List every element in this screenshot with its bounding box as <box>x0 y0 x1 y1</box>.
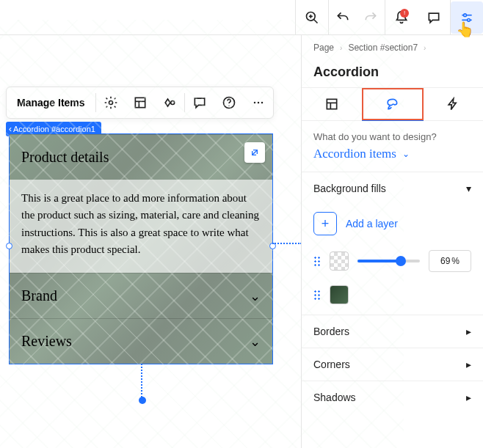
opacity-unit: % <box>451 256 460 266</box>
caret-right-icon: ▸ <box>466 326 471 337</box>
design-panel-toggle[interactable] <box>451 1 483 34</box>
tab-layout[interactable] <box>302 88 362 120</box>
accordion-item[interactable]: Reviews ⌄ <box>10 318 272 364</box>
section-label: Shadows <box>313 392 356 403</box>
fill-swatch-transparent[interactable] <box>330 251 349 271</box>
opacity-slider[interactable] <box>357 260 420 262</box>
opacity-input[interactable]: 69 % <box>429 250 471 272</box>
section-background-fills[interactable]: Background fills ▾ <box>302 172 483 205</box>
design-panel: Page › Section #section7 › Accordion Wha… <box>301 35 483 448</box>
bolt-icon <box>446 97 460 111</box>
layout-icon <box>324 97 339 111</box>
caret-right-icon: ▸ <box>466 392 471 403</box>
chevron-right-icon: › <box>340 44 342 52</box>
panel-title: Accordion <box>302 53 483 87</box>
add-layer-row: + Add a layer <box>302 205 483 241</box>
breadcrumb-item[interactable]: Page <box>313 43 334 53</box>
expand-diagonal-icon <box>249 147 261 158</box>
accordion-element[interactable]: Product details This is a great place to… <box>9 133 273 364</box>
accordion-header[interactable]: Reviews ⌄ <box>10 318 272 364</box>
expand-handle[interactable] <box>244 142 265 163</box>
chevron-right-icon: › <box>424 44 426 52</box>
comments-button[interactable] <box>418 1 450 34</box>
slider-thumb[interactable] <box>396 256 406 266</box>
section-label: Corners <box>313 359 350 370</box>
design-prompt: What do you want to design? <box>302 121 483 144</box>
svg-point-7 <box>468 18 471 21</box>
svg-rect-18 <box>327 99 336 109</box>
chevron-down-icon: ⌄ <box>402 149 410 160</box>
design-target-label: Accordion items <box>313 147 396 161</box>
section-corners[interactable]: Corners ▸ <box>302 348 483 381</box>
guide-line <box>141 364 142 400</box>
fill-swatch-image[interactable] <box>330 285 349 304</box>
section-shadows[interactable]: Shadows ▸ <box>302 381 483 414</box>
breadcrumb[interactable]: Page › Section #section7 › <box>302 43 483 53</box>
add-layer-label[interactable]: Add a layer <box>346 218 398 229</box>
fill-layer-row: 69 % <box>302 241 483 276</box>
slider-fill <box>357 260 401 262</box>
drag-handle-icon[interactable] <box>313 256 321 266</box>
canvas-area: Manage Items Accordion #accordion1 Produ… <box>0 35 301 448</box>
tab-design[interactable] <box>362 88 422 120</box>
design-target-select[interactable]: Accordion items ⌄ <box>302 144 483 172</box>
accordion-body[interactable]: This is a great place to add more inform… <box>10 180 272 273</box>
caret-right-icon: ▸ <box>466 359 471 370</box>
add-layer-button[interactable]: + <box>313 212 337 235</box>
drag-handle-icon[interactable] <box>313 290 321 300</box>
section-label: Borders <box>313 326 349 337</box>
chat-icon <box>426 10 441 25</box>
section-label: Background fills <box>313 183 386 194</box>
accordion-title: Brand <box>21 287 57 304</box>
resize-handle-left[interactable] <box>6 243 12 249</box>
tab-active-indicator <box>362 119 424 121</box>
opacity-value: 69 <box>440 256 450 266</box>
svg-point-6 <box>464 13 467 16</box>
accordion-item[interactable]: Brand ⌄ <box>10 273 272 318</box>
panel-tabs <box>302 87 483 121</box>
alert-badge: ! <box>400 9 409 18</box>
tab-interactions[interactable] <box>423 88 483 120</box>
accordion-title: Product details <box>21 149 109 166</box>
fill-layer-row <box>302 276 483 315</box>
accordion-header[interactable]: Brand ⌄ <box>10 273 272 318</box>
accordion-item[interactable]: Product details This is a great place to… <box>10 134 272 273</box>
brush-icon <box>385 97 399 111</box>
guide-line <box>272 243 302 244</box>
caret-down-icon: ▾ <box>466 183 471 194</box>
accordion-header[interactable]: Product details <box>10 134 272 180</box>
accordion-title: Reviews <box>21 333 72 350</box>
section-borders[interactable]: Borders ▸ <box>302 315 483 348</box>
chevron-down-icon: ⌄ <box>250 288 261 304</box>
breadcrumb-item[interactable]: Section #section7 <box>348 43 418 53</box>
chevron-down-icon: ⌄ <box>250 334 261 350</box>
sliders-icon <box>460 10 474 25</box>
